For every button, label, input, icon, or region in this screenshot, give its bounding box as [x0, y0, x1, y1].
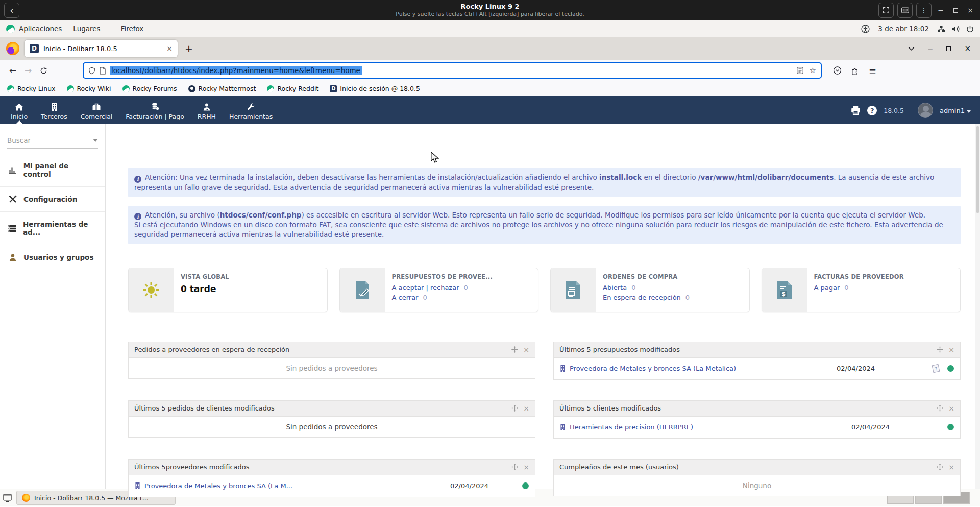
vm-maximize-button[interactable]: [950, 6, 961, 14]
sidebar-item-configuracion[interactable]: Configuración: [0, 187, 105, 212]
close-widget-icon[interactable]: ×: [948, 346, 954, 354]
scrollbar-thumb[interactable]: [976, 126, 979, 213]
window-close-button[interactable]: ×: [964, 44, 971, 53]
close-widget-icon[interactable]: ×: [948, 404, 954, 413]
vm-fullscreen-button[interactable]: [878, 3, 894, 18]
card-link-abierta[interactable]: Abierta: [603, 284, 627, 292]
nav-item-comercial[interactable]: Comercial: [74, 96, 119, 124]
firefox-toolbar: ← → localhost/dolibarr/htdocs/index.php?…: [0, 60, 980, 81]
sidebar-item-panel-control[interactable]: Mi panel de control: [0, 154, 105, 187]
power-icon[interactable]: [966, 25, 974, 33]
window-minimize-button[interactable]: −: [928, 45, 934, 53]
company-link[interactable]: Proveedora de Metales y bronces SA (La M…: [570, 365, 736, 372]
clock[interactable]: 3 de abr 18:02: [878, 25, 929, 33]
wrench-icon: [247, 102, 255, 111]
move-widget-icon[interactable]: [937, 346, 943, 353]
nav-item-herramientas[interactable]: Herramientas: [223, 96, 279, 124]
bookmark-star-icon[interactable]: ☆: [810, 66, 816, 75]
draft-glyph: ?: [934, 366, 938, 371]
move-widget-icon[interactable]: [937, 405, 943, 412]
accessibility-icon[interactable]: [861, 25, 870, 33]
card-title: PRESUPUESTOS DE PROVEE...: [392, 273, 531, 280]
bookmark-rocky-wiki[interactable]: Rocky Wiki: [67, 85, 111, 92]
close-widget-icon[interactable]: ×: [523, 463, 529, 471]
back-arrow-icon: ‹: [10, 5, 14, 16]
row-date: 02/04/2024: [851, 423, 890, 431]
chevron-down-icon: [967, 110, 971, 113]
vm-keyboard-button[interactable]: [897, 3, 913, 18]
firefox-appmenu[interactable]: Firefox: [121, 25, 144, 33]
window-maximize-button[interactable]: [946, 46, 951, 51]
company-link[interactable]: Proveedora de Metales y bronces SA (La M…: [144, 482, 292, 490]
card-link-a-pagar[interactable]: A pagar: [814, 284, 840, 292]
card-ordenes-compra[interactable]: ORDENES DE COMPRA Abierta0 En espera de …: [550, 268, 750, 312]
widget-title: Últimos 5proveedores modificados: [134, 463, 250, 471]
tab-close-button[interactable]: ×: [166, 44, 173, 53]
move-widget-icon[interactable]: [511, 464, 518, 470]
close-widget-icon[interactable]: ×: [948, 463, 954, 471]
user-menu[interactable]: admin1: [940, 107, 971, 114]
print-icon[interactable]: [851, 106, 861, 115]
show-desktop-icon[interactable]: [3, 494, 12, 502]
bookmark-rocky-reddit[interactable]: Rocky Reddit: [267, 85, 318, 92]
card-facturas-proveedor[interactable]: $ FACTURAS DE PROVEEDOR A pagar0: [762, 268, 961, 312]
nav-item-inicio[interactable]: Inicio: [4, 96, 34, 124]
move-widget-icon[interactable]: [937, 464, 943, 470]
network-icon[interactable]: [937, 25, 945, 33]
applications-menu[interactable]: Aplicaciones: [6, 25, 62, 33]
search-input[interactable]: [7, 136, 79, 144]
page-scrollbar[interactable]: [975, 124, 980, 489]
move-widget-icon[interactable]: [511, 346, 518, 353]
kebab-menu-icon: ⋮: [920, 6, 927, 14]
shield-icon[interactable]: [88, 67, 95, 75]
bookmark-rocky-forums[interactable]: Rocky Forums: [122, 85, 177, 92]
help-button[interactable]: ?: [867, 106, 877, 115]
bookmark-rocky-linux[interactable]: Rocky Linux: [7, 85, 56, 92]
search-dropdown-caret-icon[interactable]: [93, 139, 98, 142]
minimize-icon: −: [938, 6, 944, 14]
vm-back-button[interactable]: ‹: [4, 3, 19, 18]
pocket-icon[interactable]: [833, 66, 842, 75]
close-widget-icon[interactable]: ×: [523, 404, 529, 413]
card-vista-global[interactable]: VISTA GLOBAL 0 tarde: [128, 268, 328, 312]
page-info-icon[interactable]: [100, 67, 106, 75]
nav-item-facturacion[interactable]: Facturación | Pago: [119, 96, 191, 124]
coins-icon: [151, 102, 159, 111]
company-link[interactable]: Heramientas de precision (HERRPRE): [570, 423, 693, 431]
widget-row[interactable]: Proveedora de Metales y bronces SA (La M…: [554, 358, 960, 379]
sidebar-item-usuarios-grupos[interactable]: Usuarios y grupos: [0, 245, 105, 270]
hamburger-menu-icon[interactable]: ≡: [869, 65, 876, 76]
bookmark-dolibarr-login[interactable]: DInicio de sesión @ 18.0.5: [330, 85, 420, 92]
bookmark-rocky-mattermost[interactable]: Rocky Mattermost: [188, 85, 256, 92]
card-presupuestos-proveedor[interactable]: PRESUPUESTOS DE PROVEE... A aceptar | re…: [339, 268, 539, 312]
search-box[interactable]: [7, 136, 98, 149]
vm-minimize-button[interactable]: −: [935, 6, 946, 14]
widget-row[interactable]: Heramientas de precision (HERRPRE) 02/04…: [554, 417, 960, 438]
nav-item-terceros[interactable]: Terceros: [34, 96, 74, 124]
list-tabs-chevron-icon[interactable]: [908, 46, 915, 51]
card-link-a-cerrar[interactable]: A cerrar: [392, 294, 419, 301]
tab-inicio-dolibarr[interactable]: D Inicio - Dolibarr 18.0.5 ×: [24, 40, 178, 57]
close-widget-icon[interactable]: ×: [523, 346, 529, 354]
vm-menu-button[interactable]: ⋮: [916, 3, 932, 18]
extensions-puzzle-icon[interactable]: [851, 66, 860, 75]
card-link-aceptar-rechazar[interactable]: A aceptar | rechazar: [392, 284, 459, 292]
sidebar-item-herramientas-admin[interactable]: Herramientas de ad...: [0, 212, 105, 245]
new-tab-button[interactable]: +: [185, 43, 193, 54]
widget-row[interactable]: Proveedora de Metales y bronces SA (La M…: [129, 475, 535, 497]
forward-button[interactable]: →: [20, 63, 36, 78]
move-widget-icon[interactable]: [511, 405, 518, 412]
card-link-espera-recepcion[interactable]: En espera de recepción: [603, 294, 681, 301]
back-button[interactable]: ←: [5, 63, 20, 78]
url-bar[interactable]: localhost/dolibarr/htdocs/index.php?main…: [83, 62, 822, 79]
url-text-selected[interactable]: localhost/dolibarr/htdocs/index.php?main…: [110, 66, 362, 75]
reader-mode-icon[interactable]: [797, 67, 803, 74]
user-avatar[interactable]: [918, 103, 933, 118]
volume-icon[interactable]: [951, 25, 960, 33]
vm-close-button[interactable]: ×: [965, 6, 976, 14]
nav-item-rrhh[interactable]: RRHH: [191, 96, 223, 124]
places-menu[interactable]: Lugares: [73, 25, 100, 33]
reload-button[interactable]: [36, 63, 51, 78]
row-date: 02/04/2024: [450, 482, 488, 490]
favicon-letter: D: [32, 45, 37, 52]
